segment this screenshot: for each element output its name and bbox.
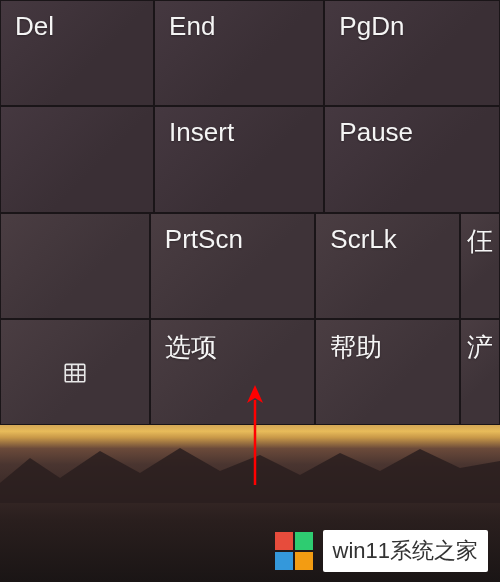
watermark-logo: win11系统之家 bbox=[275, 530, 488, 572]
insert-key[interactable]: Insert bbox=[154, 106, 324, 212]
mountain-silhouette-icon bbox=[0, 443, 500, 503]
logo-square-blue bbox=[275, 552, 293, 570]
scrlk-key[interactable]: ScrLk bbox=[315, 213, 460, 319]
key-label: 帮助 bbox=[330, 330, 382, 365]
windows-logo-icon bbox=[275, 532, 313, 570]
options-key[interactable]: 选项 bbox=[150, 319, 315, 425]
onscreen-keyboard: Del End PgDn Insert Pause PrtScn ScrLk 仼 bbox=[0, 0, 500, 425]
key-label: ScrLk bbox=[330, 224, 396, 255]
key-label: Pause bbox=[339, 117, 413, 148]
key-label: PgDn bbox=[339, 11, 404, 42]
pgdn-key[interactable]: PgDn bbox=[324, 0, 500, 106]
desktop-wallpaper: win11系统之家 bbox=[0, 425, 500, 582]
prtscn-key[interactable]: PrtScn bbox=[150, 213, 315, 319]
empty-key[interactable] bbox=[0, 106, 154, 212]
key-label: 选项 bbox=[165, 330, 217, 365]
watermark-text: win11系统之家 bbox=[323, 530, 488, 572]
key-label: Del bbox=[15, 11, 54, 42]
key-label: PrtScn bbox=[165, 224, 243, 255]
pause-key[interactable]: Pause bbox=[324, 106, 500, 212]
logo-square-red bbox=[275, 532, 293, 550]
svg-rect-0 bbox=[65, 364, 85, 381]
logo-square-yellow bbox=[295, 552, 313, 570]
partial-key-1[interactable]: 仼 bbox=[460, 213, 500, 319]
key-label: End bbox=[169, 11, 215, 42]
partial-key-2[interactable]: 浐 bbox=[460, 319, 500, 425]
key-row-1: Del End PgDn bbox=[0, 0, 500, 106]
end-key[interactable]: End bbox=[154, 0, 324, 106]
logo-square-green bbox=[295, 532, 313, 550]
key-label: Insert bbox=[169, 117, 234, 148]
del-key[interactable]: Del bbox=[0, 0, 154, 106]
calendar-icon bbox=[62, 359, 88, 385]
key-row-2: Insert Pause bbox=[0, 106, 500, 212]
calendar-key[interactable] bbox=[0, 319, 150, 425]
help-key[interactable]: 帮助 bbox=[315, 319, 460, 425]
key-row-4: 选项 帮助 浐 bbox=[0, 319, 500, 425]
key-row-3: PrtScn ScrLk 仼 bbox=[0, 213, 500, 319]
key-label: 浐 bbox=[467, 330, 493, 365]
key-label: 仼 bbox=[467, 224, 493, 259]
empty-key-2[interactable] bbox=[0, 213, 150, 319]
